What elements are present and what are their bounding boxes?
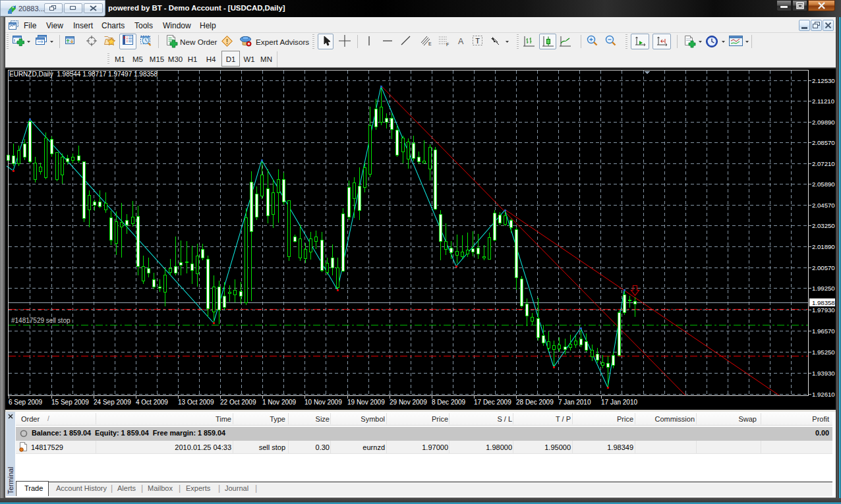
svg-text:2.03250: 2.03250 bbox=[812, 222, 835, 229]
svg-text:EURNZD,Daily 1.98544 1.98717: EURNZD,Daily 1.98544 1.98717 1.97497 1.9… bbox=[9, 70, 158, 78]
svg-text:!: ! bbox=[226, 38, 229, 45]
svg-text:2.07210: 2.07210 bbox=[812, 160, 835, 167]
svg-text:T: T bbox=[475, 37, 480, 45]
svg-text:1.93930: 1.93930 bbox=[812, 370, 835, 377]
svg-text:F: F bbox=[446, 42, 449, 47]
svg-text:2.12530: 2.12530 bbox=[812, 77, 835, 84]
svg-text:2.08570: 2.08570 bbox=[812, 139, 835, 146]
svg-text:1.96570: 1.96570 bbox=[812, 327, 835, 335]
svg-text:8 Dec 2009: 8 Dec 2009 bbox=[432, 399, 466, 406]
svg-text:19 Nov 2009: 19 Nov 2009 bbox=[347, 399, 385, 406]
svg-text:2.11210: 2.11210 bbox=[812, 98, 834, 105]
svg-text:4 Oct 2009: 4 Oct 2009 bbox=[136, 399, 168, 406]
svg-text:29 Nov 2009: 29 Nov 2009 bbox=[390, 399, 427, 406]
svg-text:2.09890: 2.09890 bbox=[812, 119, 835, 126]
svg-text:2.00570: 2.00570 bbox=[812, 264, 835, 271]
svg-text:1.99250: 1.99250 bbox=[812, 285, 835, 292]
svg-text:17 Dec 2009: 17 Dec 2009 bbox=[474, 399, 511, 406]
svg-text:10 Nov 2009: 10 Nov 2009 bbox=[304, 399, 342, 406]
svg-text:1.95250: 1.95250 bbox=[812, 349, 835, 356]
svg-text:7 Jan 2010: 7 Jan 2010 bbox=[558, 399, 591, 406]
svg-text:13 Oct 2009: 13 Oct 2009 bbox=[178, 399, 214, 406]
svg-text:1.97930: 1.97930 bbox=[812, 306, 835, 314]
svg-text:22 Oct 2009: 22 Oct 2009 bbox=[220, 399, 256, 406]
svg-text:1 Nov 2009: 1 Nov 2009 bbox=[262, 399, 297, 406]
svg-text:E: E bbox=[428, 42, 432, 46]
svg-text:#14817529 sell stop: #14817529 sell stop bbox=[11, 317, 71, 324]
svg-text:1.92610: 1.92610 bbox=[812, 391, 835, 398]
svg-text:17 Jan 2010: 17 Jan 2010 bbox=[601, 399, 637, 406]
svg-text:15 Sep 2009: 15 Sep 2009 bbox=[51, 399, 89, 406]
svg-text:2.05890: 2.05890 bbox=[812, 181, 835, 188]
svg-text:6 Sep 2009: 6 Sep 2009 bbox=[9, 399, 43, 406]
svg-text:28 Dec 2009: 28 Dec 2009 bbox=[516, 399, 554, 406]
svg-text:2.01890: 2.01890 bbox=[812, 243, 835, 250]
svg-text:1.98358: 1.98358 bbox=[812, 299, 835, 306]
svg-text:24 Sep 2009: 24 Sep 2009 bbox=[94, 399, 131, 406]
svg-text:2.04570: 2.04570 bbox=[812, 202, 835, 209]
